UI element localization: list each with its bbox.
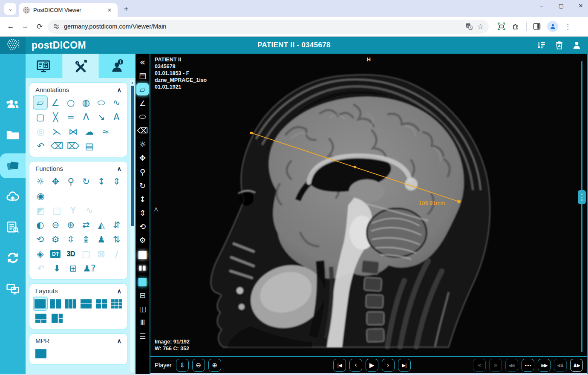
layout-1-2-right-icon[interactable]: ◫ <box>136 303 149 315</box>
window-level-icon[interactable]: ☼ <box>136 138 149 150</box>
export-image-icon[interactable]: ⬇ <box>49 261 65 275</box>
undo-annotation-icon[interactable]: ↶ <box>33 139 49 153</box>
side-panel-icon[interactable] <box>533 22 541 31</box>
layout-1x3-icon[interactable] <box>63 297 78 311</box>
collapse-panel-button[interactable]: « <box>136 56 149 68</box>
layout-2x1-icon[interactable] <box>78 297 93 311</box>
address-bar[interactable]: germany.postdicom.com/Viewer/Main G ☆ <box>48 20 489 34</box>
panel-scrollbar[interactable]: ▲ <box>130 79 135 373</box>
image-scroll-track[interactable] <box>581 61 582 352</box>
browser-tab[interactable]: PostDICOM Viewer ✕ <box>19 3 118 17</box>
back-icon[interactable]: ← <box>4 20 17 33</box>
parallel-lines-tool-icon[interactable]: = <box>63 110 78 124</box>
angle-tool-icon[interactable]: ∠ <box>48 95 63 110</box>
tag-icon[interactable]: ◈ <box>33 247 48 261</box>
brain-logo-icon[interactable] <box>0 37 26 54</box>
flip-vertical-icon[interactable]: ⇵ <box>109 218 124 232</box>
ellipse-tool-icon[interactable]: ⬭ <box>94 95 109 110</box>
window-minimize-button[interactable]: – <box>538 3 545 9</box>
next-image-button[interactable]: › <box>382 359 395 372</box>
open-angle-tool-icon[interactable]: ⋋ <box>49 124 65 138</box>
pan-tool-icon[interactable]: ✥ <box>48 174 63 188</box>
account-icon[interactable] <box>571 40 582 51</box>
sort-images-icon[interactable]: ⇅ <box>109 232 124 246</box>
erase-all-annotations-icon[interactable]: ⌦ <box>65 139 81 153</box>
url-text[interactable]: germany.postdicom.com/Viewer/Main <box>64 23 461 30</box>
layout-1-2-right-icon[interactable] <box>49 311 65 325</box>
window-maximize-button[interactable]: ▢ <box>557 3 565 9</box>
sort-download-icon[interactable] <box>536 40 547 51</box>
active-series-icon[interactable]: ■ <box>136 275 149 288</box>
tab-search-button[interactable]: ⌄ <box>4 3 16 15</box>
play-button[interactable]: ▶ <box>366 359 378 372</box>
new-tab-button[interactable]: + <box>120 3 132 15</box>
rectangle-tool-icon[interactable]: ▢ <box>33 110 48 124</box>
length-tool-icon[interactable]: ▱ <box>136 83 149 95</box>
filled-circle-tool-icon[interactable]: ◍ <box>78 95 93 110</box>
extensions-icon[interactable] <box>512 22 520 31</box>
zoom-icon[interactable]: ⚲ <box>136 166 149 178</box>
layout-single-icon[interactable]: ■ <box>136 248 149 260</box>
layout-1x2-icon[interactable] <box>48 297 63 311</box>
zoom-in-icon[interactable]: ⊕ <box>63 218 78 232</box>
layout-1-2-bottom-icon[interactable]: ⊟ <box>136 289 149 301</box>
window-level-tool-icon[interactable]: ☼ <box>33 174 48 188</box>
zoom-tool-icon[interactable]: ⚲ <box>63 174 78 188</box>
layout-rows-icon[interactable]: ☰ <box>136 330 149 343</box>
speed-down-button[interactable]: ⊖ <box>192 359 205 372</box>
arrow-tool-icon[interactable]: ↘ <box>94 110 109 124</box>
nav-transfer[interactable] <box>0 276 26 301</box>
mpr-layout-icon[interactable] <box>33 346 49 361</box>
fit-height-icon[interactable]: ⇳ <box>63 232 78 246</box>
scroll-up-icon[interactable]: ▲ <box>130 80 134 85</box>
collapse-section-icon[interactable]: ∧ <box>117 165 121 172</box>
patient-orientation-icon[interactable]: ♟ <box>94 232 109 246</box>
next-patient-button[interactable]: ♟▶ <box>570 359 583 372</box>
closed-freehand-tool-icon[interactable]: ☁ <box>81 124 97 138</box>
save-annotation-icon[interactable]: ▤ <box>81 139 97 153</box>
speed-up-button[interactable]: ⊕ <box>208 359 221 372</box>
nav-images[interactable] <box>0 153 26 178</box>
reset-window-icon[interactable]: ⚙ <box>136 234 149 246</box>
trash-icon[interactable] <box>554 40 565 51</box>
next-display-set-button[interactable]: ⊞▶ <box>538 359 551 372</box>
eraser-icon[interactable]: ⌫ <box>136 124 149 137</box>
tab-tools[interactable] <box>63 54 100 78</box>
scrollbar-thumb[interactable] <box>131 86 134 226</box>
nav-upload[interactable] <box>0 184 26 209</box>
angle-tool-icon[interactable]: ∠ <box>136 97 149 110</box>
reload-icon[interactable]: ⟳ <box>33 20 46 33</box>
actual-size-icon[interactable]: ↨ <box>78 232 93 246</box>
query-patient-icon[interactable]: ♟? <box>81 261 97 275</box>
invert-icon[interactable]: ◐ <box>33 218 48 232</box>
image-viewport[interactable]: PATIENT II 0345678 01.01.1853 - F dzne_M… <box>150 54 587 356</box>
collapse-section-icon[interactable]: ∧ <box>117 288 121 294</box>
profile-avatar[interactable] <box>547 21 558 32</box>
pan-icon[interactable]: ✥ <box>136 152 149 164</box>
mirror-icon[interactable]: ◭ <box>94 218 109 232</box>
collapse-section-icon[interactable]: ∧ <box>117 87 121 93</box>
nav-sync[interactable] <box>0 245 26 270</box>
more-options-button[interactable]: ••• <box>522 359 534 372</box>
last-image-button[interactable]: ▶| <box>398 359 411 372</box>
erase-annotation-icon[interactable]: ⌫ <box>49 139 65 153</box>
spline-tool-icon[interactable]: ≈ <box>98 124 113 138</box>
nav-patients[interactable] <box>0 92 26 117</box>
layout-2x2-icon[interactable] <box>94 297 109 311</box>
tab-viewer-settings[interactable] <box>26 54 63 78</box>
export-video-button[interactable]: ⇩ <box>176 359 189 372</box>
scroll-tool-icon[interactable]: ↕ <box>94 174 109 188</box>
freehand-tool-icon[interactable]: ∿ <box>109 95 124 110</box>
stack-scroll-icon[interactable]: ⇕ <box>109 174 124 188</box>
dicom-tags-icon[interactable]: DT <box>48 247 63 261</box>
circle-tool-icon[interactable]: ○ <box>63 95 78 110</box>
nav-worklist[interactable] <box>0 215 26 239</box>
image-scroll-slider[interactable]: ∧ • ∨ <box>578 190 586 204</box>
bookmark-star-icon[interactable]: ☆ <box>477 22 484 31</box>
rotate-tool-icon[interactable]: ↻ <box>78 174 93 188</box>
previous-image-button[interactable]: ‹ <box>349 359 362 372</box>
collapse-section-icon[interactable]: ∧ <box>117 338 121 344</box>
rotate-icon[interactable]: ↻ <box>136 179 149 192</box>
layout-3x3-icon[interactable] <box>109 297 124 311</box>
scroll-icon[interactable]: ↕ <box>136 193 149 205</box>
